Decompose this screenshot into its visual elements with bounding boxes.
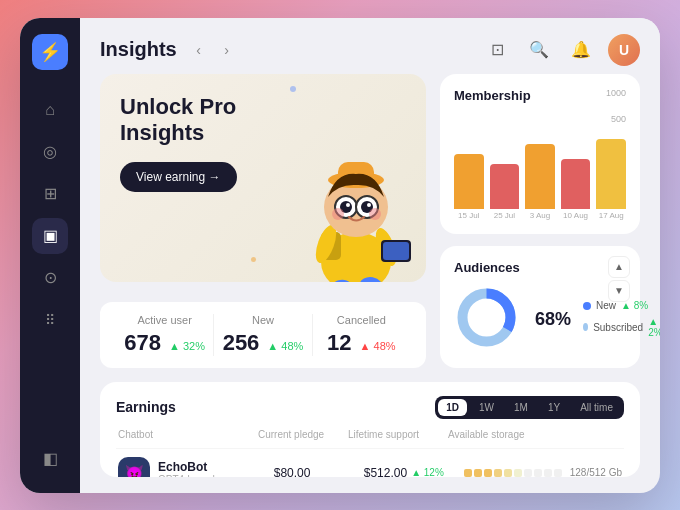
storage-text-echobot: 128/512 Gb <box>570 467 622 477</box>
dot <box>514 469 522 477</box>
donut-chart <box>454 285 519 354</box>
bot-icon-echobot: 😈 <box>118 457 150 477</box>
legend-dot-new <box>583 302 591 310</box>
bar-label-2: 25 Jul <box>494 211 515 220</box>
stat-active-user: Active user 678 ▲ 32% <box>116 314 213 356</box>
stat-active-change: ▲ 32% <box>169 340 205 352</box>
table-row: 😈 EchoBot GPT4-based $80.00 $512.00 ▲ 12… <box>116 448 624 477</box>
stat-active-value: 678 <box>124 330 161 356</box>
stat-new: New 256 ▲ 48% <box>213 314 311 356</box>
bar-group-4: 10 Aug <box>561 159 591 220</box>
sidebar-item-grid[interactable]: ⊞ <box>32 176 68 212</box>
sidebar-item-chart[interactable]: ◎ <box>32 134 68 170</box>
page-title: Insights <box>100 38 177 61</box>
sidebar-item-screen[interactable]: ▣ <box>32 218 68 254</box>
cell-lifetime-echobot: $512.00 ▲ 12% <box>364 466 464 477</box>
sidebar-item-settings[interactable]: ⊙ <box>32 260 68 296</box>
earnings-header: Earnings 1D 1W 1M 1Y All time <box>116 396 624 419</box>
nav-forward-button[interactable]: › <box>215 38 239 62</box>
filter-1w[interactable]: 1W <box>471 399 502 416</box>
stat-cancelled-value: 12 <box>327 330 351 356</box>
avatar[interactable]: U <box>608 34 640 66</box>
audiences-title: Audiences <box>454 260 626 275</box>
legend-change-subscribed: ▲ 2% <box>648 316 660 338</box>
arrow-down-button[interactable]: ▼ <box>608 280 630 302</box>
sidebar-item-apps[interactable]: ⠿ <box>32 302 68 338</box>
hero-card: Unlock Pro Insights View earning → <box>100 74 426 282</box>
cell-pledge-echobot: $80.00 <box>274 466 364 477</box>
search-icon[interactable]: 🔍 <box>524 35 554 65</box>
svg-point-19 <box>367 203 371 207</box>
dot <box>484 469 492 477</box>
bar-group-3: 3 Aug <box>525 144 555 220</box>
sidebar-item-collapse[interactable]: ◧ <box>32 441 68 477</box>
filter-alltime[interactable]: All time <box>572 399 621 416</box>
bar-label-3: 3 Aug <box>530 211 550 220</box>
stat-new-value: 256 <box>223 330 260 356</box>
dot <box>474 469 482 477</box>
view-earning-button[interactable]: View earning → <box>120 162 237 192</box>
bar-label-1: 15 Jul <box>458 211 479 220</box>
stat-active-label: Active user <box>116 314 213 326</box>
audiences-card: Audiences 68% <box>440 246 640 368</box>
col-storage-header: Available storage <box>448 429 622 440</box>
bar-chart: 15 Jul 25 Jul 3 Aug <box>454 150 626 220</box>
sidebar-logo[interactable]: ⚡ <box>32 34 68 70</box>
notification-icon[interactable]: 🔔 <box>566 35 596 65</box>
bar-5 <box>596 139 626 209</box>
bar-group-2: 25 Jul <box>490 164 520 220</box>
filter-1d[interactable]: 1D <box>438 399 467 416</box>
audience-content: 68% New ▲ 8% Subscribed <box>454 285 626 354</box>
screen-icon[interactable]: ⊡ <box>482 35 512 65</box>
bar-group-1: 15 Jul <box>454 154 484 220</box>
membership-title: Membership <box>454 88 531 103</box>
svg-point-20 <box>332 208 344 220</box>
stat-cancelled: Cancelled 12 ▲ 48% <box>312 314 410 356</box>
time-filters: 1D 1W 1M 1Y All time <box>435 396 624 419</box>
filter-1y[interactable]: 1Y <box>540 399 568 416</box>
bar-1 <box>454 154 484 209</box>
audience-arrows: ▲ ▼ <box>608 256 630 302</box>
hero-character <box>286 132 426 282</box>
svg-point-21 <box>369 208 381 220</box>
stat-cancelled-label: Cancelled <box>313 314 410 326</box>
dot <box>494 469 502 477</box>
bar-label-4: 10 Aug <box>563 211 588 220</box>
cell-storage-echobot: 128/512 Gb <box>464 467 622 477</box>
legend-label-new: New <box>596 300 616 311</box>
membership-card: Membership 1000 500 0 15 Jul <box>440 74 640 234</box>
col-lifetime-header: Lifetime support <box>348 429 448 440</box>
top-row: Unlock Pro Insights View earning → <box>100 74 640 368</box>
svg-rect-9 <box>383 242 409 260</box>
stat-cancelled-change: ▲ 48% <box>360 340 396 352</box>
dot <box>464 469 472 477</box>
earnings-title: Earnings <box>116 399 435 415</box>
dot <box>544 469 552 477</box>
earnings-section: Earnings 1D 1W 1M 1Y All time Chatbot Cu… <box>100 382 640 477</box>
svg-point-18 <box>346 203 350 207</box>
dot <box>504 469 512 477</box>
hero-title: Unlock Pro Insights <box>120 94 280 147</box>
filter-1m[interactable]: 1M <box>506 399 536 416</box>
bar-label-5: 17 Aug <box>599 211 624 220</box>
col-chatbot-header: Chatbot <box>118 429 258 440</box>
lifetime-change-echobot: ▲ 12% <box>411 467 444 477</box>
hero-content: Unlock Pro Insights View earning → <box>120 94 280 193</box>
storage-dots-echobot <box>464 469 562 477</box>
right-column: Membership 1000 500 0 15 Jul <box>440 74 640 368</box>
nav-back-button[interactable]: ‹ <box>187 38 211 62</box>
arrow-up-button[interactable]: ▲ <box>608 256 630 278</box>
bar-2 <box>490 164 520 209</box>
bot-info-echobot: EchoBot GPT4-based <box>158 460 274 477</box>
bot-type-echobot: GPT4-based <box>158 474 274 477</box>
header-nav: ‹ › <box>187 38 239 62</box>
table-header: Chatbot Current pledge Lifetime support … <box>116 429 624 440</box>
y-max: 1000 <box>606 88 626 98</box>
app-window: ⚡ ⌂ ◎ ⊞ ▣ ⊙ ⠿ ◧ Insights ‹ › ⊡ 🔍 🔔 U <box>20 18 660 493</box>
sidebar-item-home[interactable]: ⌂ <box>32 92 68 128</box>
legend-subscribed: Subscribed ▲ 2% <box>583 316 660 338</box>
header: Insights ‹ › ⊡ 🔍 🔔 U <box>80 18 660 74</box>
bar-group-5: 17 Aug <box>596 139 626 220</box>
bar-4 <box>561 159 591 209</box>
bar-3 <box>525 144 555 209</box>
